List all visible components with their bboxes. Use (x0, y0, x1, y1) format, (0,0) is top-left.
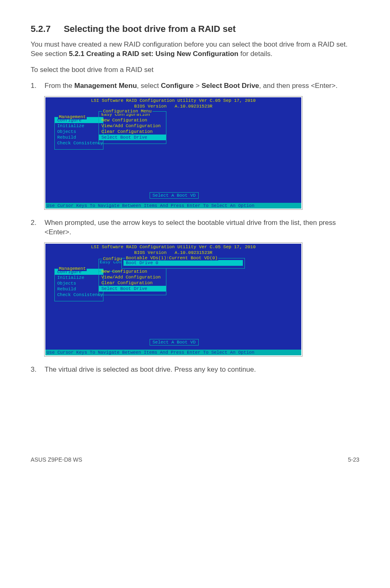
step-1-b2: Configure (161, 82, 193, 90)
step-1-m2: > (194, 82, 202, 90)
mgmt2-item-objects[interactable]: Objects (55, 281, 103, 286)
bios2-title-line1: LSI Software RAID Configuration Utility … (91, 245, 256, 249)
cfg-item-viewadd[interactable]: View/Add Configuration (99, 123, 166, 129)
intro1-tail: for details. (238, 50, 272, 58)
mgmt2-item-rebuild[interactable]: Rebuild (55, 286, 103, 292)
config-short-label: Configu (102, 256, 123, 261)
step-3-number: 3. (31, 365, 45, 375)
bios-footer: Use Cursor Keys To Navigate Between Item… (45, 203, 301, 209)
bios-title-bar: LSI Software RAID Configuration Utility … (45, 97, 301, 110)
configuration-menu: Configuration Menu Easy Configuration Ne… (99, 111, 166, 144)
section-title-text: Selecting the boot drive from a RAID set (64, 24, 236, 34)
bios-hint: Select A Boot VD (150, 192, 199, 199)
bios2-hint: Select A Boot VD (150, 339, 199, 346)
cfg2-item-viewadd[interactable]: View/Add Configuration (99, 274, 166, 280)
step-1-b1: Management Menu (74, 82, 137, 90)
cfg-item-new[interactable]: New Configuration (99, 117, 166, 123)
bios2-footer: Use Cursor Keys To Navigate Between Item… (45, 350, 301, 355)
mgmt-item-initialize[interactable]: Initialize (55, 123, 103, 129)
section-number: 5.2.7 (31, 24, 51, 34)
cfg2-item-new[interactable]: New Configuration (99, 269, 166, 274)
step-1-pre: From the (45, 82, 74, 90)
page-footer: ASUS Z9PE-D8 WS 5-23 (31, 456, 359, 463)
step-2: 2. When prompted, use the arrow keys to … (31, 218, 359, 237)
mgmt-item-objects[interactable]: Objects (55, 129, 103, 135)
management-menu-2: Management Configure Initialize Objects … (54, 269, 103, 301)
cfg2-item-select-boot[interactable]: Select Boot Drive (99, 286, 166, 292)
section-heading: 5.2.7Selecting the boot drive from a RAI… (31, 24, 359, 34)
bootable-vds-box: Bootable VDs(1):Current Boot VD(0) Boot … (121, 258, 245, 269)
configuration-menu-label: Configuration Menu (102, 109, 152, 114)
cfg-item-clear[interactable]: Clear Configuration (99, 129, 166, 135)
intro-paragraph-2: To select the boot drive from a RAID set (31, 65, 359, 75)
bootable-vds-label: Bootable VDs(1):Current Boot VD(0) (125, 256, 218, 260)
bios-screenshot-2: LSI Software RAID Configuration Utility … (45, 243, 359, 356)
footer-right: 5-23 (348, 456, 359, 463)
bios2-title-bar: LSI Software RAID Configuration Utility … (45, 244, 301, 256)
intro-paragraph-1: You must have created a new RAID configu… (31, 40, 359, 59)
step-1-number: 1. (31, 81, 45, 91)
mgmt2-item-check-consistency[interactable]: Check Consistency (55, 292, 103, 298)
step-3: 3. The virtual drive is selected as boot… (31, 365, 359, 375)
footer-left: ASUS Z9PE-D8 WS (31, 456, 82, 463)
step-2-text: When prompted, use the arrow keys to sel… (45, 218, 359, 237)
management-menu: Management Configure Initialize Objects … (54, 117, 103, 150)
bios-title-line2: BIOS Version A.10.09231523R (134, 104, 212, 109)
step-3-text: The virtual drive is selected as boot dr… (45, 365, 359, 375)
step-2-number: 2. (31, 218, 45, 237)
bios2-title-line2: BIOS Version A.10.09231523R (134, 250, 212, 255)
intro1-bold: 5.2.1 Creating a RAID set: Using New Con… (69, 50, 239, 58)
boot-drive-item[interactable]: Boot Drive 0 (123, 260, 243, 266)
cfg2-item-clear[interactable]: Clear Configuration (99, 280, 166, 286)
step-1-tail: , and then press <Enter>. (259, 82, 338, 90)
bios-title-line1: LSI Software RAID Configuration Utility … (91, 98, 256, 103)
bios-screenshot-1: LSI Software RAID Configuration Utility … (45, 97, 359, 210)
step-1-text: From the Management Menu, select Configu… (45, 81, 359, 91)
configuration-menu-2: New Configuration View/Add Configuration… (99, 269, 166, 295)
mgmt2-item-initialize[interactable]: Initialize (55, 275, 103, 281)
management-menu-label: Management (58, 114, 87, 119)
step-1-m1: , select (137, 82, 161, 90)
step-1: 1. From the Management Menu, select Conf… (31, 81, 359, 91)
management-menu-label-2: Management (58, 266, 87, 271)
mgmt-item-rebuild[interactable]: Rebuild (55, 135, 103, 140)
cfg-item-select-boot[interactable]: Select Boot Drive (99, 135, 166, 140)
step-1-b3: Select Boot Drive (202, 82, 259, 90)
mgmt-item-check-consistency[interactable]: Check Consistency (55, 140, 103, 146)
